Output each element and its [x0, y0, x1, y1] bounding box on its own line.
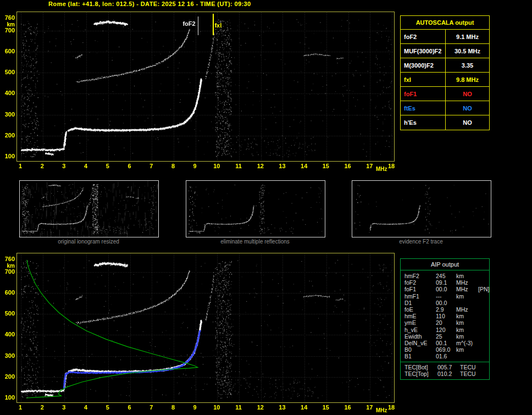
- y-tick-label: 760: [1, 14, 15, 21]
- aip-row: B0069.0km: [401, 346, 489, 353]
- autoscala-row: foF1NO: [401, 87, 489, 101]
- aip-row: D100.0: [401, 300, 489, 306]
- aip-row: foF209.1MHz: [401, 279, 489, 286]
- aip-extra: [PN]: [478, 286, 489, 292]
- aip-value: 110: [436, 313, 456, 319]
- aip-param-label: foF1: [404, 286, 436, 292]
- aip-value: 00.1: [436, 340, 456, 346]
- aip-value: 245: [436, 273, 456, 279]
- x-tick-label: 13: [277, 404, 287, 411]
- aip-param-label: TEC[Bot]: [404, 364, 437, 370]
- autoscala-row: foF29.1 MHz: [401, 30, 489, 44]
- aip-extra: [478, 319, 489, 326]
- y-tick-label: 600: [1, 289, 15, 296]
- aip-extra: [478, 306, 489, 313]
- aip-unit: m^(-3): [456, 340, 478, 346]
- autoscala-header: AUTOSCALA output: [401, 16, 489, 30]
- y-tick-label: 200: [1, 132, 15, 139]
- x-tick-label: 4: [81, 163, 91, 169]
- aip-row: Ewidth25km: [401, 333, 489, 340]
- autoscala-param-label: MUF(3000)F2: [401, 44, 446, 58]
- aip-value: 069.0: [436, 346, 456, 353]
- aip-param-label: D1: [404, 300, 436, 306]
- x-tick-label: 18: [386, 163, 396, 169]
- aip-unit: MHz: [456, 279, 478, 286]
- aip-value: 00.0: [436, 286, 456, 292]
- y-tick-label: 200: [1, 373, 15, 380]
- y-tick-label: 100: [1, 153, 15, 159]
- x-tick-label: 17: [364, 404, 374, 411]
- aip-row: h_vE120km: [401, 327, 489, 333]
- autoscala-param-label: fxI: [401, 73, 446, 86]
- autoscala-row: h'EsNO: [401, 115, 489, 130]
- aip-param-label: B0: [404, 346, 436, 353]
- aip-value: 01.6: [436, 353, 456, 359]
- x-tick-label: 2: [37, 404, 47, 411]
- x-axis-unit: MHz: [376, 166, 387, 172]
- aip-param-label: hmF1: [404, 293, 436, 300]
- autoscala-value: NO: [446, 101, 489, 115]
- autoscala-value: 9.8 MHz: [446, 73, 489, 86]
- aip-param-label: foE: [404, 306, 436, 313]
- autoscala-window: Rome (lat: +41.8, lon: 012.5) - DATE: 20…: [0, 0, 532, 415]
- aip-value: 2.9: [436, 306, 456, 313]
- autoscala-param-label: ftEs: [401, 101, 446, 115]
- aip-extra: [478, 327, 489, 333]
- x-tick-label: 5: [103, 163, 113, 169]
- thumbnail-caption-evidence: evidence F2 trace: [352, 239, 490, 245]
- aip-value: 005.7: [437, 364, 460, 370]
- aip-extra: [478, 333, 489, 340]
- aip-param-label: Ewidth: [404, 333, 436, 340]
- thumbnail-original-ionogram: [19, 180, 159, 237]
- x-tick-label: 1: [15, 404, 25, 411]
- aip-extra: [478, 340, 489, 346]
- y-tick-label: 300: [1, 111, 15, 118]
- aip-unit: MHz: [456, 306, 478, 313]
- y-axis-unit: km: [1, 21, 15, 27]
- autoscala-row: M(3000)F23.35: [401, 58, 489, 73]
- x-tick-label: 13: [277, 163, 287, 169]
- aip-row: hmE110km: [401, 313, 489, 319]
- aip-extra: [478, 300, 489, 306]
- page-title: Rome (lat: +41.8, lon: 012.5) - DATE: 20…: [48, 1, 251, 7]
- aip-extra: [478, 353, 489, 359]
- y-tick-label: 400: [1, 90, 15, 96]
- aip-row: B101.6: [401, 353, 489, 359]
- y-tick-label: 500: [1, 69, 15, 75]
- x-tick-label: 8: [168, 404, 178, 411]
- aip-value: 09.1: [436, 279, 456, 286]
- y-tick-label: 100: [1, 394, 15, 401]
- aip-unit: km: [456, 293, 478, 300]
- y-tick-label: 300: [1, 352, 15, 359]
- aip-unit: [456, 300, 478, 306]
- aip-unit: km: [456, 273, 478, 279]
- thumbnail-eliminate-reflections: [186, 180, 325, 237]
- x-tick-label: 11: [234, 404, 243, 411]
- thumbnail-evidence-f2-trace: [352, 180, 491, 237]
- aip-unit: km: [456, 346, 478, 353]
- x-tick-label: 6: [125, 404, 135, 411]
- x-tick-label: 15: [321, 404, 331, 411]
- x-axis-unit: MHz: [376, 407, 387, 413]
- x-tick-label: 9: [190, 163, 200, 169]
- x-tick-label: 10: [212, 163, 221, 169]
- autoscala-param-label: h'Es: [401, 115, 446, 130]
- x-tick-label: 4: [81, 404, 91, 411]
- aip-row: foE2.9MHz: [401, 306, 489, 313]
- autoscala-row: MUF(3000)F230.5 MHz: [401, 44, 489, 58]
- y-tick-label: 700: [1, 27, 15, 34]
- aip-row: ymE20km: [401, 319, 489, 326]
- thumbnail-caption-eliminate: eliminate multiple reflections: [186, 239, 324, 245]
- y-tick-label: 600: [1, 48, 15, 54]
- x-tick-label: 8: [168, 163, 178, 169]
- aip-value: ---: [436, 293, 456, 300]
- x-tick-label: 14: [299, 404, 309, 411]
- aip-value: 25: [436, 333, 456, 340]
- x-tick-label: 12: [256, 163, 265, 169]
- ionogram-plot-bottom: [16, 253, 395, 403]
- y-tick-label: 700: [1, 268, 15, 275]
- x-tick-label: 2: [37, 163, 47, 169]
- aip-table: AIP output hmF2245kmfoF209.1MHzfoF100.0M…: [400, 258, 490, 380]
- x-tick-label: 17: [364, 163, 374, 169]
- aip-param-label: TEC[Top]: [404, 370, 437, 377]
